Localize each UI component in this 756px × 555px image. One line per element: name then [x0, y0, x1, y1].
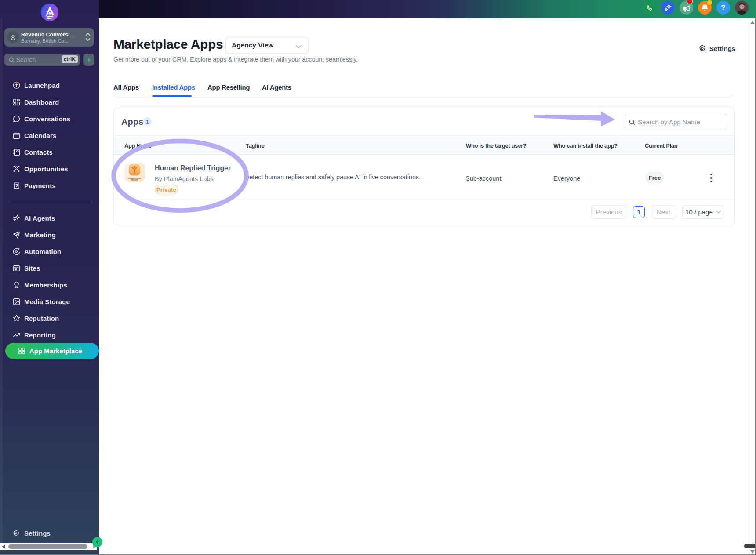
- svg-text:HUMAN REPLIED: HUMAN REPLIED: [128, 178, 141, 179]
- svg-text:TRIGGER: TRIGGER: [131, 179, 138, 181]
